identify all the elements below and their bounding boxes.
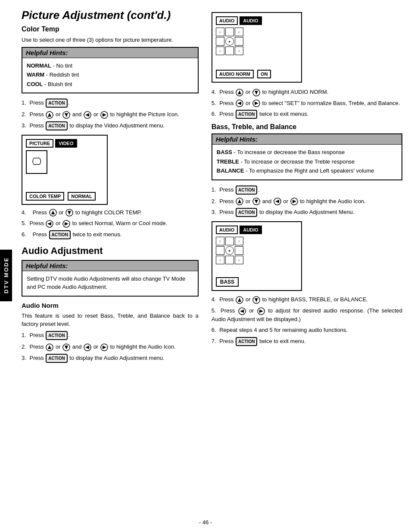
audio-screen-tabs: AUDIO AUDIO: [216, 16, 298, 25]
step-3: 3. Press ACTION to display the Video Adj…: [22, 121, 199, 130]
audio-norm-label: AUDIO NORM: [216, 70, 254, 78]
up-arrow-icon4: [236, 89, 243, 96]
side-tab: DTV MODE: [0, 250, 12, 301]
audio-norm-description: This feature is used to reset Bass, Treb…: [22, 312, 199, 328]
left-arrow-icon5: [274, 198, 281, 205]
hint-warm: WARM - Reddish tint: [27, 71, 193, 79]
bass-treble-hints-body: BASS - To increase or decrease the Bass …: [212, 145, 402, 179]
on-label: ON: [257, 70, 271, 78]
bass-treble-hints-box: Helpful Hints: BASS - To increase or dec…: [212, 133, 402, 180]
svg-marker-13: [47, 222, 51, 226]
left-arrow-icon: [84, 111, 91, 119]
left-column: Picture Adjustment (cont'd.) Color Temp …: [22, 9, 207, 523]
svg-marker-5: [85, 113, 89, 117]
audio-grid-top: ♪ ♪ ● ♪ ♪: [216, 28, 298, 55]
video-icon: 🖵: [32, 156, 41, 167]
bass-steps-1-3: 1. Press ACTION. 2. Press or and or: [212, 186, 402, 217]
left-arrow-icon3: [84, 343, 91, 351]
right-arrow-icon6: [257, 307, 265, 315]
an-step-6: 6. Press ACTION twice to exit menus.: [212, 110, 402, 119]
svg-marker-15: [65, 222, 68, 226]
bass-cell-7: [225, 256, 234, 264]
svg-marker-1: [48, 113, 51, 117]
screen-bottom: COLOR TEMP NORMAL: [26, 192, 103, 201]
bass-step-4: 4. Press or to highlight BASS, TREBLE, o…: [212, 295, 402, 304]
audio-norm-steps-4-6: 4. Press or to highlight AUDIO NORM. 5. …: [212, 88, 402, 119]
bass-cell-circle: ●: [225, 246, 234, 255]
right-arrow-icon: [100, 111, 108, 119]
audio-tab-2: AUDIO: [240, 16, 262, 25]
audio-cell-5: [235, 37, 243, 46]
hint-balance: BALANCE - To emphasize the Right and Lef…: [217, 167, 397, 175]
svg-marker-47: [259, 309, 263, 313]
color-temp-steps-4-6: 4. Press or to highlight COLOR TEMP. 5. …: [22, 208, 199, 239]
step-1: 1. Press ACTION.: [22, 99, 199, 108]
bass-screen: AUDIO AUDIO ♪ ♪ ● ♪ ♪ BASS: [212, 221, 302, 291]
svg-marker-27: [255, 91, 258, 95]
right-column: AUDIO AUDIO ♪ ♪ ● ♪ ♪ AUDIO NORM: [207, 9, 402, 523]
svg-marker-33: [238, 199, 241, 203]
color-temp-heading: Color Temp: [22, 25, 199, 33]
down-arrow-icon4: [252, 89, 260, 96]
down-arrow-icon2: [65, 209, 73, 217]
up-arrow-icon2: [49, 209, 57, 217]
color-temp-hints-title: Helpful Hints:: [22, 48, 198, 58]
action-button-icon5: ACTION: [46, 354, 67, 363]
svg-marker-23: [103, 346, 106, 349]
audio-cell-8: ♪: [235, 46, 243, 55]
hint-cool: COOL - Bluish tint: [27, 80, 193, 89]
bass-step-2: 2. Press or and or t: [212, 197, 402, 206]
audio-cell-7: [225, 46, 234, 55]
picture-tab: PICTURE: [26, 139, 53, 148]
bass-steps-4-7: 4. Press or to highlight BASS, TREBLE, o…: [212, 295, 402, 346]
action-button-icon8: ACTION: [236, 208, 257, 217]
audio-grid-bottom: ♪ ♪ ● ♪ ♪: [216, 237, 298, 264]
audio-cell-2: [225, 28, 234, 36]
bass-audio-tab-2: AUDIO: [240, 226, 262, 234]
bass-cell-5: [235, 246, 243, 255]
video-tab: VIDEO: [55, 139, 77, 148]
audio-norm-steps-1-3: 1. Press ACTION. 2. Press or and or: [22, 331, 199, 363]
bass-cell-8: ♪: [235, 256, 243, 264]
hint-treble: TREBLE - To increase or decrease the Tre…: [217, 158, 397, 166]
svg-marker-7: [103, 113, 106, 117]
audio-cell-1: ♪: [216, 28, 224, 36]
bass-cell-3: ♪: [235, 237, 243, 245]
right-arrow-icon5: [290, 198, 298, 205]
bass-treble-heading: Bass, Treble, and Balance: [212, 123, 402, 131]
up-arrow-icon3: [46, 343, 53, 351]
color-temp-steps-1-3: 1. Press ACTION. 2. Press or and or: [22, 99, 199, 130]
action-button-icon3: ACTION: [49, 230, 71, 239]
audio-hints-box: Helpful Hints: Setting DTV mode Audio Ad…: [22, 260, 199, 297]
up-arrow-icon5: [236, 198, 243, 205]
svg-marker-41: [238, 298, 241, 302]
svg-marker-37: [275, 200, 279, 203]
bass-step-5: 5. Press or to adjust for desired audio …: [212, 306, 402, 323]
svg-marker-19: [65, 346, 68, 350]
picture-video-screen: PICTURE VIDEO 🖵 COLOR TEMP NORMAL: [22, 135, 108, 205]
action-button-icon9: ACTION: [236, 337, 257, 346]
step-6: 6. Press ACTION twice to exit menus.: [22, 230, 199, 239]
down-arrow-icon3: [62, 343, 70, 351]
audio-norm-heading: Audio Norm: [22, 302, 199, 309]
bass-screen-tabs: AUDIO AUDIO: [216, 226, 298, 234]
color-temp-hints-box: Helpful Hints: NORMAL - No tint WARM - R…: [22, 47, 199, 94]
an-step-2: 2. Press or and or t: [22, 343, 199, 351]
video-icon-box: 🖵: [26, 150, 47, 174]
step-4: 4. Press or to highlight COLOR TEMP.: [22, 208, 199, 217]
right-arrow-icon2: [62, 220, 70, 228]
bass-step-1: 1. Press ACTION.: [212, 186, 402, 195]
svg-marker-45: [240, 309, 244, 313]
audio-cell-4: [216, 37, 224, 46]
page-title: Picture Adjustment (cont'd.): [22, 9, 199, 22]
step-5: 5. Press or to select Normal, Warm or Co…: [22, 219, 199, 228]
audio-norm-screen-bottom: AUDIO NORM ON: [216, 70, 298, 78]
svg-marker-21: [85, 346, 89, 349]
action-button-icon: ACTION: [46, 99, 67, 108]
color-temp-description: Use to select one of three (3) options f…: [22, 36, 199, 44]
svg-marker-35: [255, 200, 258, 204]
audio-tab-1: AUDIO: [216, 16, 238, 25]
audio-cell-circle: ●: [225, 37, 234, 46]
right-arrow-icon4: [252, 99, 260, 107]
audio-cell-6: ♪: [216, 46, 224, 55]
